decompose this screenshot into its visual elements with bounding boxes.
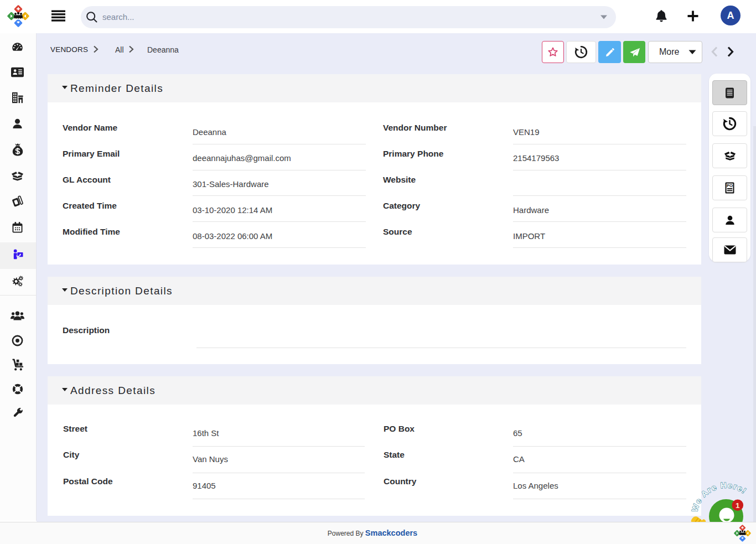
svg-text:1: 1 [736,501,740,510]
svg-text:PO: PO [727,183,733,188]
